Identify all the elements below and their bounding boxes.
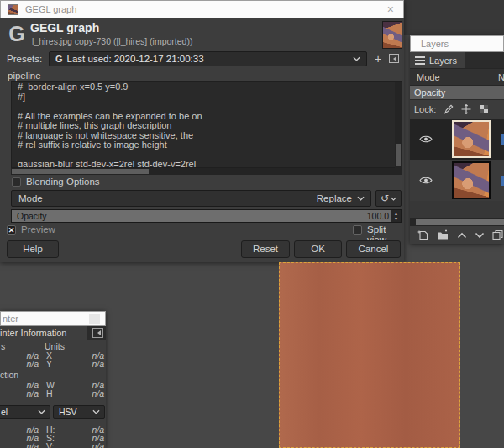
- horizontal-scrollbar[interactable]: [11, 168, 402, 175]
- scrollbar-thumb[interactable]: [12, 169, 149, 174]
- tab-layers-label: Layers: [429, 55, 457, 66]
- spin-down-icon[interactable]: ▾: [395, 216, 397, 221]
- tab-layers[interactable]: Layers: [410, 52, 465, 68]
- color-space-dropdown[interactable]: HSV: [53, 405, 105, 419]
- reset-icon: ↺: [381, 193, 389, 203]
- blending-options-title[interactable]: Blending Options: [26, 177, 100, 187]
- pointer-row-y: n/a Y n/a: [0, 359, 106, 368]
- y-units-value: n/a: [77, 359, 104, 369]
- layer-mode-label: Mode: [417, 72, 440, 82]
- mode-value: Replace: [317, 193, 352, 203]
- pointer-titlebar[interactable]: nter: [0, 311, 106, 326]
- layer-row[interactable]: [410, 160, 504, 201]
- window-title: GEGL graph: [25, 4, 76, 14]
- mode-reset-button[interactable]: ↺: [375, 190, 402, 207]
- titlebar-button[interactable]: [89, 314, 100, 324]
- code-line: # rel suffix is relative to image height: [18, 140, 401, 150]
- window-thumbnail-icon: [8, 4, 18, 15]
- y-pixels-value: n/a: [0, 359, 39, 369]
- layer-thumbnail[interactable]: [452, 161, 491, 199]
- scrollbar-thumb[interactable]: [396, 144, 401, 166]
- layer-opacity-slider[interactable]: Opacity: [410, 86, 504, 100]
- chevron-down-icon: [391, 197, 396, 201]
- blend-mode-dropdown[interactable]: Mode Replace: [11, 190, 371, 207]
- y-label: Y: [46, 359, 52, 369]
- layers-titlebar[interactable]: Layers: [410, 35, 504, 52]
- chevron-down-icon: [92, 409, 100, 414]
- tab-pointer-information[interactable]: inter Information: [0, 326, 87, 340]
- left-channel-value: n/a: [0, 441, 39, 448]
- lock-label: Lock:: [414, 104, 436, 114]
- code-line: # multiple lines, this graph description: [18, 121, 401, 131]
- color-space-value: HSV: [59, 407, 77, 417]
- visibility-eye-icon[interactable]: [419, 176, 433, 185]
- chevron-down-icon: [353, 56, 360, 61]
- canvas-layer[interactable]: [279, 262, 460, 448]
- selection-section-label: ction: [0, 370, 18, 380]
- lock-row: Lock:: [410, 100, 504, 119]
- reset-button[interactable]: Reset: [241, 240, 290, 258]
- background-top-right: [403, 0, 504, 35]
- pipeline-textarea[interactable]: # border-align x=0.5 y=0.9 #] # All the …: [11, 81, 402, 168]
- opacity-spinner[interactable]: ▴ ▾: [391, 210, 401, 222]
- chevron-down-icon: [357, 196, 365, 201]
- code-line: gaussian-blur std-dev-x=2rel std-dev-y=2…: [18, 160, 401, 168]
- layers-horizontal-scrollbar[interactable]: [410, 218, 504, 226]
- presets-dropdown[interactable]: G Last used: 2020-12-17 21:00:33: [49, 51, 367, 66]
- gegl-graph-dialog: GEGL graph × G GEGL graph l_hires.jpg co…: [0, 0, 404, 262]
- layers-list: [410, 119, 504, 218]
- presets-label: Presets:: [7, 54, 42, 64]
- add-preset-button[interactable]: +: [375, 53, 381, 65]
- tab-menu-button[interactable]: [92, 328, 103, 338]
- layer-thumbnail[interactable]: [452, 120, 491, 158]
- lock-position-icon[interactable]: [461, 104, 471, 114]
- new-layer-icon[interactable]: [417, 229, 429, 241]
- preset-gegl-icon: G: [55, 54, 63, 64]
- opacity-value: 100.0: [367, 211, 389, 221]
- lock-alpha-icon[interactable]: [479, 104, 489, 114]
- dialog-subtitle: l_hires.jpg copy-730 ([l_hires] (importe…: [32, 36, 192, 46]
- mode-label: Mode: [18, 193, 43, 203]
- gegl-dialog-titlebar[interactable]: GEGL graph ×: [0, 0, 404, 18]
- opacity-label: Opacity: [17, 211, 47, 221]
- preview-checkbox[interactable]: ✕: [7, 225, 16, 235]
- scrollbar-thumb[interactable]: [416, 219, 504, 225]
- visibility-eye-icon[interactable]: [419, 134, 433, 144]
- help-button[interactable]: Help: [7, 240, 59, 258]
- layer-row-selected[interactable]: [410, 119, 504, 160]
- arrow-left-icon: [391, 56, 396, 61]
- presets-value: Last used: 2020-12-17 21:00:33: [67, 54, 204, 64]
- pointer-panel: nter inter Information s Units n/a X n/a…: [0, 311, 106, 448]
- code-line: # border-align x=0.5 y=0.9: [18, 82, 401, 92]
- h-label: H: [46, 388, 53, 398]
- cancel-button[interactable]: Cancel: [346, 240, 401, 258]
- v-channel-value: n/a: [77, 441, 104, 448]
- lower-layer-icon[interactable]: [475, 232, 485, 239]
- layer-opacity-label: Opacity: [414, 87, 445, 98]
- manage-presets-button[interactable]: [389, 54, 399, 63]
- layer-mode-dropdown[interactable]: Mode N: [410, 68, 504, 86]
- layers-toolbar: [410, 226, 504, 244]
- dialog-heading: GEGL graph: [30, 21, 99, 34]
- v-channel-label: V:: [46, 441, 55, 448]
- duplicate-layer-icon[interactable]: [492, 229, 504, 240]
- image-thumbnail: [382, 21, 402, 49]
- close-icon[interactable]: ×: [387, 3, 394, 15]
- collapse-icon[interactable]: −: [12, 177, 21, 187]
- pixel-format-dropdown[interactable]: el: [0, 405, 50, 419]
- layers-window-title: Layers: [421, 39, 449, 49]
- opacity-slider[interactable]: Opacity 100.0 ▴ ▾: [11, 209, 402, 223]
- pipeline-label: pipeline: [8, 71, 41, 81]
- code-line: #]: [18, 92, 401, 103]
- code-line: [18, 102, 401, 112]
- preview-label[interactable]: Preview: [21, 224, 55, 235]
- pointer-window-title: nter: [3, 314, 18, 324]
- ok-button[interactable]: OK: [294, 240, 342, 258]
- new-group-icon[interactable]: [437, 229, 449, 240]
- vertical-scrollbar[interactable]: [395, 82, 402, 168]
- h-units-value: n/a: [77, 388, 104, 398]
- pointer-row-val: n/a V: n/a: [0, 441, 106, 448]
- split-view-checkbox[interactable]: [353, 225, 362, 235]
- lock-pixels-icon[interactable]: [444, 104, 454, 114]
- raise-layer-icon[interactable]: [457, 232, 467, 239]
